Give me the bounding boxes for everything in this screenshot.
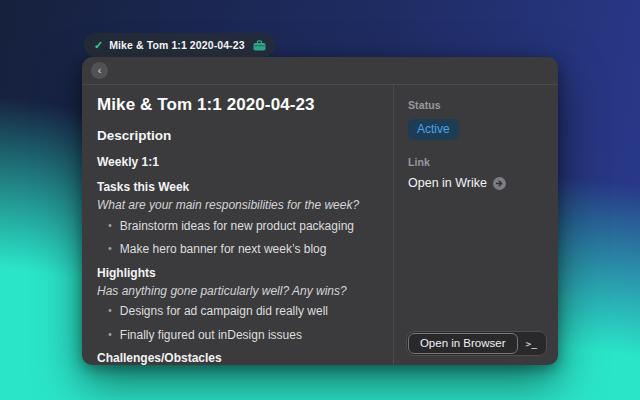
check-icon: ✓	[94, 40, 103, 51]
metadata-sidebar: Status Active Link Open in Wrike Open in…	[393, 85, 558, 365]
section-heading-highlights: Highlights	[97, 266, 387, 280]
bullet-icon: •	[108, 219, 112, 233]
task-detail-window: ‹ Mike & Tom 1:1 2020-04-23 Description …	[82, 57, 558, 365]
chevron-left-icon: ‹	[98, 65, 102, 76]
list-item-text: Designs for ad campaign did really well	[120, 304, 328, 318]
section-heading-challenges: Challenges/Obstacles	[97, 351, 387, 365]
terminal-prompt-icon[interactable]: >_	[519, 332, 546, 355]
intro-heading: Weekly 1:1	[97, 155, 387, 169]
page-title: Mike & Tom 1:1 2020-04-23	[97, 95, 387, 115]
link-text: Open in Wrike	[408, 176, 487, 190]
task-description-panel: Mike & Tom 1:1 2020-04-23 Description We…	[82, 85, 393, 365]
bullet-icon: •	[108, 304, 112, 318]
list-item: • Finally figured out inDesign issues	[97, 328, 387, 342]
section-heading-tasks: Tasks this Week	[97, 180, 387, 194]
list-item-text: Make hero banner for next week’s blog	[120, 242, 327, 256]
highlights-list: • Designs for ad campaign did really wel…	[97, 304, 387, 342]
status-label: Status	[408, 99, 546, 111]
bullet-icon: •	[108, 328, 112, 342]
list-item: • Make hero banner for next week’s blog	[97, 242, 387, 256]
section-question-tasks: What are your main responsibilities for …	[97, 197, 387, 214]
status-badge: Active	[408, 119, 459, 140]
link-label: Link	[408, 156, 546, 168]
open-in-wrike-link[interactable]: Open in Wrike	[408, 176, 546, 190]
briefcase-icon	[253, 40, 266, 51]
footer-action-bar: Open in Browser >_	[406, 331, 547, 356]
list-item-text: Finally figured out inDesign issues	[120, 328, 302, 342]
bullet-icon: •	[108, 242, 112, 256]
list-item: • Brainstorm ideas for new product packa…	[97, 219, 387, 233]
task-pill-title: Mike & Tom 1:1 2020-04-23	[109, 39, 244, 51]
list-item: • Designs for ad campaign did really wel…	[97, 304, 387, 318]
window-header: ‹	[82, 57, 558, 85]
section-question-highlights: Has anything gone particularly well? Any…	[97, 283, 387, 300]
tasks-list: • Brainstorm ideas for new product packa…	[97, 219, 387, 257]
open-in-browser-button[interactable]: Open in Browser	[408, 333, 518, 354]
menubar-task-pill[interactable]: ✓ Mike & Tom 1:1 2020-04-23	[84, 33, 275, 57]
description-heading: Description	[97, 128, 387, 143]
back-button[interactable]: ‹	[91, 62, 108, 79]
list-item-text: Brainstorm ideas for new product packagi…	[120, 219, 354, 233]
arrow-right-circle-icon	[493, 177, 506, 190]
